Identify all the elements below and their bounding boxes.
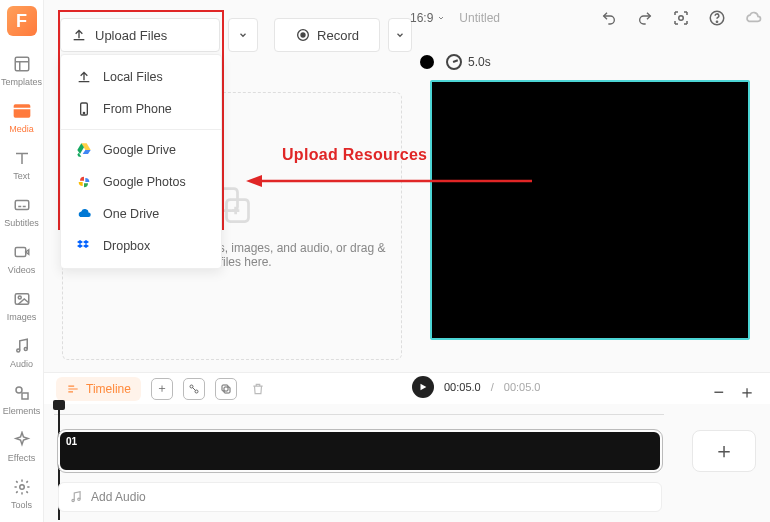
dd-dropbox[interactable]: Dropbox (61, 230, 221, 262)
rail-effects-label: Effects (8, 453, 35, 463)
rail-audio-label: Audio (10, 359, 33, 369)
chevron-down-icon (395, 30, 405, 40)
copy-button[interactable] (215, 378, 237, 400)
dd-dropbox-label: Dropbox (103, 239, 150, 253)
dd-phone-label: From Phone (103, 102, 172, 116)
help-button[interactable] (706, 7, 728, 29)
zoom-in-button[interactable]: ＋ (738, 380, 756, 404)
svg-point-7 (16, 387, 22, 393)
images-icon (12, 289, 32, 309)
timeline-tab[interactable]: Timeline (56, 377, 141, 401)
svg-rect-1 (15, 201, 29, 210)
dd-onedrive[interactable]: One Drive (61, 198, 221, 230)
svg-point-12 (679, 16, 684, 21)
media-icon (12, 101, 32, 121)
color-indicator[interactable] (420, 55, 434, 69)
clip-label: 01 (66, 436, 77, 447)
brand-letter: F (16, 11, 27, 32)
rail-images-label: Images (7, 312, 37, 322)
dd-local-files[interactable]: Local Files (61, 61, 221, 93)
dd-onedrive-label: One Drive (103, 207, 159, 221)
dropbox-icon (75, 237, 93, 255)
rail-media-label: Media (9, 124, 34, 134)
time-current: 00:05.0 (444, 381, 481, 393)
upload-files-caret[interactable] (228, 18, 258, 52)
delete-button[interactable] (247, 378, 269, 400)
subtitles-icon (12, 195, 32, 215)
add-clip-button[interactable]: ＋ (692, 430, 756, 472)
rail-images[interactable]: Images (2, 283, 42, 328)
preview-info: 5.0s (420, 54, 491, 70)
undo-button[interactable] (598, 7, 620, 29)
record-button[interactable]: Record (274, 18, 380, 52)
rail-media[interactable]: Media (2, 95, 42, 140)
svg-point-18 (83, 112, 84, 113)
rail-videos-label: Videos (8, 265, 35, 275)
dd-gdrive-label: Google Drive (103, 143, 176, 157)
rail-text[interactable]: Text (2, 142, 42, 187)
svg-rect-0 (15, 57, 29, 71)
dd-from-phone[interactable]: From Phone (61, 93, 221, 125)
rail-templates[interactable]: Templates (2, 48, 42, 93)
dd-gphotos-label: Google Photos (103, 175, 186, 189)
tools-icon (12, 477, 32, 497)
project-title[interactable]: Untitled (459, 11, 500, 25)
upload-files-button[interactable]: Upload Files (60, 18, 220, 52)
svg-point-9 (19, 485, 24, 490)
duration-value: 5.0s (468, 55, 491, 69)
upload-files-label: Upload Files (95, 28, 167, 43)
playback-controls: 00:05.0 / 00:05.0 (412, 376, 540, 398)
audio-icon (12, 336, 32, 356)
timeline-tab-label: Timeline (86, 382, 131, 396)
google-drive-icon (75, 141, 93, 159)
time-sep: / (491, 381, 494, 393)
chevron-down-icon (238, 30, 248, 40)
add-button[interactable]: ＋ (151, 378, 173, 400)
svg-rect-8 (22, 393, 28, 399)
annotation-label: Upload Resources (282, 146, 427, 164)
video-clip[interactable]: 01 (58, 430, 662, 472)
svg-point-6 (24, 348, 27, 351)
timeline-tracks[interactable]: 01 ＋ Add Audio (54, 404, 770, 522)
svg-rect-2 (15, 248, 26, 257)
time-total: 00:05.0 (504, 381, 541, 393)
text-icon (12, 148, 32, 168)
timeline-icon (66, 382, 80, 396)
rail-subtitles-label: Subtitles (4, 218, 39, 228)
elements-icon (12, 383, 32, 403)
video-preview[interactable] (430, 80, 750, 340)
timeline-ruler[interactable] (54, 414, 664, 415)
rail-tools-label: Tools (11, 500, 32, 510)
snapshot-button[interactable] (670, 7, 692, 29)
duration-display: 5.0s (446, 54, 491, 70)
rail-audio[interactable]: Audio (2, 330, 42, 375)
svg-rect-23 (224, 387, 230, 393)
cloud-button[interactable] (742, 7, 764, 29)
split-button[interactable] (183, 378, 205, 400)
dd-local-label: Local Files (103, 70, 163, 84)
clock-icon (446, 54, 462, 70)
zoom-out-button[interactable]: − (713, 382, 724, 403)
upload-dropdown: Local Files From Phone Google Drive Goog… (60, 54, 222, 269)
dropdown-separator (61, 129, 221, 130)
rail-subtitles[interactable]: Subtitles (2, 189, 42, 234)
rail-templates-label: Templates (1, 77, 42, 87)
rail-elements[interactable]: Elements (2, 377, 42, 422)
rail-tools[interactable]: Tools (2, 471, 42, 516)
effects-icon (12, 430, 32, 450)
dd-google-photos[interactable]: Google Photos (61, 166, 221, 198)
play-button[interactable] (412, 376, 434, 398)
templates-icon (12, 54, 32, 74)
rail-videos[interactable]: Videos (2, 236, 42, 281)
dd-google-drive[interactable]: Google Drive (61, 134, 221, 166)
brand-logo: F (7, 6, 37, 36)
add-audio-label: Add Audio (91, 490, 146, 504)
rail-effects[interactable]: Effects (2, 424, 42, 469)
aspect-select[interactable]: 16:9 (410, 11, 445, 25)
svg-point-11 (301, 33, 305, 37)
record-caret[interactable] (388, 18, 412, 52)
redo-button[interactable] (634, 7, 656, 29)
onedrive-icon (75, 205, 93, 223)
add-audio-track[interactable]: Add Audio (58, 482, 662, 512)
phone-icon (75, 100, 93, 118)
